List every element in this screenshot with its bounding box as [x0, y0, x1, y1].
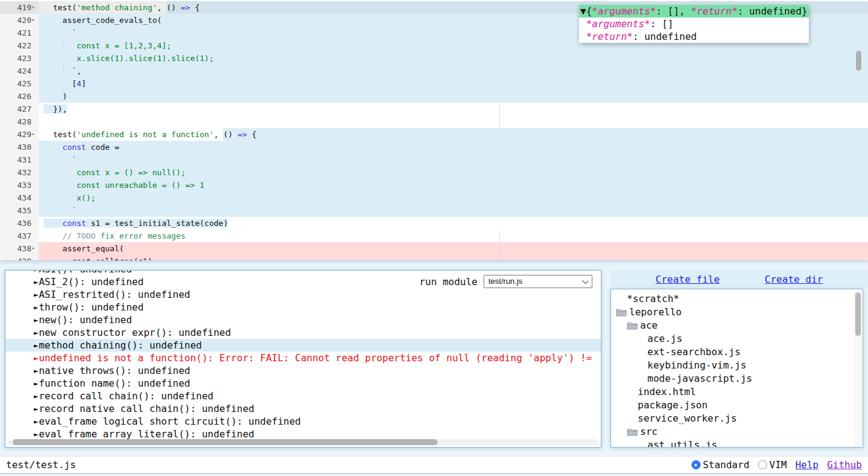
expand-triangle-icon[interactable]: ►	[34, 352, 38, 364]
code-line-body[interactable]: const s1 = test_initial_state(code)	[39, 217, 868, 230]
console-horizontal-scrollbar-thumb[interactable]	[13, 439, 438, 445]
test-result-item[interactable]: ►method chaining(): undefined	[5, 339, 601, 352]
line-number-gutter[interactable]: 434	[0, 191, 39, 204]
test-result-item[interactable]: ►throw(): undefined	[5, 301, 601, 314]
help-link[interactable]: Help	[795, 459, 819, 471]
code-line-body[interactable]: [4]	[39, 77, 868, 90]
code-line-body[interactable]: )	[39, 90, 868, 103]
code-line-body[interactable]: `	[39, 204, 868, 217]
code-line[interactable]: 436 const s1 = test_initial_state(code)	[0, 217, 868, 230]
tree-folder-item[interactable]: leporello	[611, 306, 863, 319]
code-editor[interactable]: 419▾ test('method chaining', () => {420▾…	[0, 0, 868, 260]
expand-triangle-icon[interactable]: ►	[34, 276, 38, 288]
code-line-body[interactable]: `	[39, 153, 868, 166]
line-number-gutter[interactable]: 438▾	[0, 242, 39, 255]
code-line[interactable]: 429▾ test('undefined is not a function',…	[0, 128, 868, 141]
tree-file-item[interactable]: package.json	[611, 399, 863, 412]
fold-caret-icon[interactable]: ▾	[31, 242, 37, 255]
code-line-body[interactable]: }),	[39, 103, 868, 115]
line-number-gutter[interactable]: 423	[0, 52, 39, 65]
line-number-gutter[interactable]: 424	[0, 65, 39, 77]
console-horizontal-scrollbar[interactable]	[8, 439, 598, 445]
line-number-gutter[interactable]: 435	[0, 204, 39, 217]
radio-unselected-icon[interactable]	[758, 460, 767, 469]
code-line[interactable]: 425 [4]	[0, 77, 868, 90]
line-number-gutter[interactable]: 436	[0, 217, 39, 230]
create-file-button[interactable]: Create file	[656, 274, 720, 285]
fold-caret-icon[interactable]: ▾	[31, 128, 37, 141]
expand-triangle-icon[interactable]: ►	[34, 416, 38, 428]
code-line[interactable]: 439 root_calltree(s1)	[0, 255, 868, 260]
code-line-body[interactable]: x.slice(1).slice(1).slice(1);	[39, 52, 868, 65]
expand-triangle-icon[interactable]: ►	[34, 327, 38, 339]
line-number-gutter[interactable]: 439	[0, 255, 39, 260]
expand-triangle-icon[interactable]: ►	[34, 289, 38, 301]
expand-triangle-icon[interactable]: ►	[34, 378, 38, 390]
code-line-body[interactable]: test('undefined is not a function', () =…	[39, 128, 868, 141]
tooltip-header[interactable]: ▼{*arguments*: [], *return*: undefined}	[579, 5, 809, 18]
code-line[interactable]: 433 const unreachable = () => 1	[0, 179, 868, 191]
line-number-gutter[interactable]: 428	[0, 115, 39, 128]
line-number-gutter[interactable]: 419▾	[0, 1, 39, 14]
tree-file-item[interactable]: ext-searchbox.js	[611, 346, 863, 359]
code-line-body[interactable]: const x = () => null();	[39, 166, 868, 179]
code-line[interactable]: 434 x();	[0, 191, 868, 204]
code-line[interactable]: 430 const code =	[0, 141, 868, 153]
value-tooltip[interactable]: ▼{*arguments*: [], *return*: undefined} …	[579, 5, 809, 43]
code-line-body[interactable]: `,	[39, 65, 868, 77]
code-line-body[interactable]: // TODO fix error messages	[39, 230, 868, 242]
expand-triangle-icon[interactable]: ►	[34, 270, 38, 275]
tooltip-entry[interactable]: *arguments*: []	[579, 18, 809, 30]
keybinding-option-vim[interactable]: VIM	[758, 459, 787, 471]
tree-file-item[interactable]: ace.js	[611, 332, 863, 346]
tree-file-item[interactable]: service_worker.js	[611, 412, 863, 425]
file-tree-scrollbar[interactable]	[854, 290, 862, 446]
line-number-gutter[interactable]: 425	[0, 77, 39, 90]
line-number-gutter[interactable]: 432	[0, 166, 39, 179]
file-tree-panel[interactable]: *scratch*leporelloaceace.jsext-searchbox…	[611, 289, 863, 448]
line-number-gutter[interactable]: 421	[0, 27, 39, 39]
expand-triangle-icon[interactable]: ►	[34, 339, 38, 352]
expand-triangle-icon[interactable]: ►	[34, 403, 38, 415]
code-line-body[interactable]: assert_equal(	[39, 242, 868, 255]
tree-file-item[interactable]: *scratch*	[611, 292, 863, 306]
tree-folder-item[interactable]: src	[611, 425, 863, 439]
fold-caret-icon[interactable]: ▾	[31, 1, 37, 14]
tree-file-item[interactable]: keybinding-vim.js	[611, 359, 863, 372]
test-result-item[interactable]: ►new constructor expr(): undefined	[5, 326, 601, 339]
create-dir-button[interactable]: Create dir	[765, 274, 823, 285]
line-number-gutter[interactable]: 433	[0, 179, 39, 191]
code-line[interactable]: 438▾ assert_equal(	[0, 242, 868, 255]
run-module-select[interactable]: test/run.js	[484, 275, 592, 288]
code-line[interactable]: 423 x.slice(1).slice(1).slice(1);	[0, 52, 868, 65]
fold-caret-icon[interactable]: ▾	[31, 14, 37, 27]
test-result-item[interactable]: ►record native call chain(): undefined	[5, 402, 601, 415]
line-number-gutter[interactable]: 431	[0, 153, 39, 166]
editor-vertical-scrollbar[interactable]	[856, 51, 861, 71]
code-line[interactable]: 428	[0, 115, 868, 128]
tooltip-entry[interactable]: *return*: undefined	[579, 30, 809, 43]
line-number-gutter[interactable]: 420▾	[0, 14, 39, 27]
keybinding-option-standard[interactable]: Standard	[691, 459, 750, 471]
code-line-body[interactable]: x();	[39, 191, 868, 204]
tree-file-item[interactable]: index.html	[611, 385, 863, 399]
tree-folder-item[interactable]: ace	[611, 319, 863, 332]
code-line[interactable]: 432 const x = () => null();	[0, 166, 868, 179]
radio-selected-icon[interactable]	[691, 460, 701, 469]
code-line-body[interactable]: root_calltree(s1)	[39, 255, 868, 260]
test-result-item[interactable]: ►eval_frame array_literal(): undefined	[5, 428, 601, 440]
code-line-body[interactable]: const code =	[39, 141, 868, 153]
expand-triangle-icon[interactable]: ►	[34, 390, 38, 402]
line-number-gutter[interactable]: 429▾	[0, 128, 39, 141]
code-line[interactable]: 427 }),	[0, 103, 868, 115]
file-tree-scrollbar-thumb[interactable]	[855, 292, 861, 336]
test-result-item[interactable]: ►eval_frame logical short circuit(): und…	[5, 415, 601, 428]
line-number-gutter[interactable]: 437	[0, 230, 39, 242]
tree-file-item[interactable]: ast_utils.js	[611, 439, 863, 448]
test-result-item[interactable]: ►native throws(): undefined	[5, 364, 601, 377]
code-line[interactable]: 426 )	[0, 90, 868, 103]
code-line[interactable]: 437 // TODO fix error messages	[0, 230, 868, 242]
test-result-item[interactable]: ►new(): undefined	[5, 314, 601, 326]
expand-triangle-icon[interactable]: ►	[34, 428, 38, 440]
test-results-panel[interactable]: ►ASI(): undefined►ASI_2(): undefined►ASI…	[5, 270, 601, 448]
